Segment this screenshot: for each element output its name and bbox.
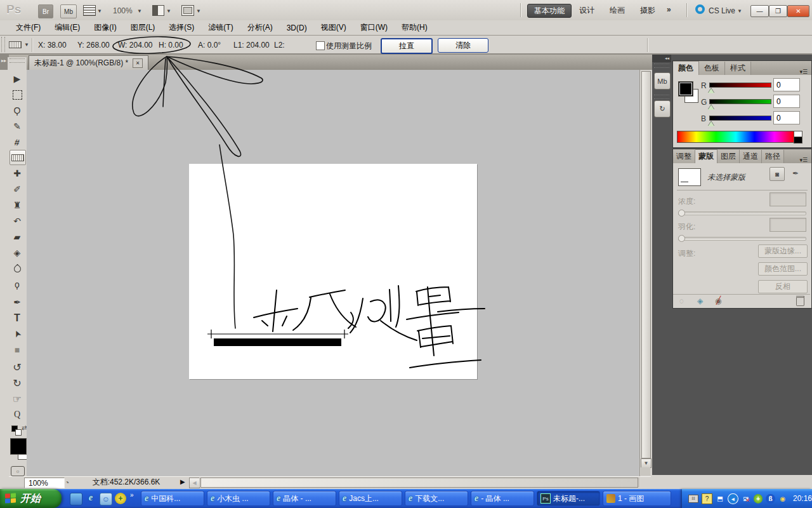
delete-mask-icon[interactable] (796, 296, 804, 306)
task-button-6[interactable]: e- 晶体 ... (471, 491, 534, 506)
safely-remove-icon[interactable]: ⬒ (716, 494, 724, 504)
show-desktop-icon[interactable] (70, 493, 82, 505)
tab-channels[interactable]: 通道 (740, 150, 762, 163)
menu-3d[interactable]: 3D(D) (280, 20, 314, 35)
tab-masks[interactable]: 蒙版 (695, 149, 717, 163)
vscroll-down-icon[interactable]: ▼ (641, 458, 652, 468)
channel-r-thumb[interactable] (708, 88, 714, 93)
add-pixel-mask-icon[interactable]: ◙ (769, 167, 785, 181)
task-button-5[interactable]: e下载文... (405, 491, 468, 506)
screen-mode-icon[interactable] (181, 5, 194, 16)
monitor-eye-icon[interactable]: ◉ (778, 494, 787, 504)
document-tab[interactable]: 未标题-1 @ 100%(RGB/8) * ✕ (29, 55, 148, 70)
messenger-icon[interactable]: ☺ (100, 493, 112, 505)
antivirus-icon[interactable]: + (754, 494, 763, 504)
lasso-tool[interactable]: Ϙ (10, 104, 25, 117)
rectangle-tool[interactable]: ■ (10, 343, 25, 357)
menu-layer[interactable]: 图层(L) (124, 20, 162, 35)
spot-healing-brush-tool[interactable]: ✚ (10, 166, 25, 180)
hscroll-thumb[interactable] (200, 478, 638, 488)
channel-b-input[interactable]: 0 (773, 111, 800, 124)
menu-help[interactable]: 帮助(H) (395, 20, 435, 35)
network-disconnected-icon[interactable]: 🖳✕ (742, 494, 750, 504)
workspace-tab-photography[interactable]: 摄影 (634, 4, 662, 17)
update-icon[interactable]: + (115, 493, 126, 504)
load-selection-icon[interactable]: ◌ (679, 297, 684, 305)
ruler-tool-preset-icon[interactable] (9, 41, 22, 48)
clear-button[interactable]: 清除 (438, 38, 488, 53)
quick-mask-button[interactable]: ○ (11, 466, 25, 476)
internet-explorer-icon[interactable]: e (85, 492, 96, 504)
zoom-caret-icon[interactable]: ▼ (137, 8, 142, 14)
expand-dock-icon[interactable]: ▸▸ (1, 58, 6, 64)
channel-g-thumb[interactable] (708, 105, 714, 110)
clone-stamp-tool[interactable]: ♜ (10, 198, 25, 212)
language-bar-icon[interactable]: ◂ (728, 493, 738, 504)
workspace-overflow-icon[interactable]: » (667, 5, 671, 14)
vscroll-thumb[interactable] (641, 71, 651, 458)
menu-view[interactable]: 视图(V) (314, 20, 353, 35)
menu-filter[interactable]: 滤镜(T) (201, 20, 240, 35)
invert-button[interactable]: 反相 (758, 280, 808, 293)
keyboard-layout-icon[interactable]: ⌗ (688, 495, 698, 503)
gradient-tool[interactable]: ◈ (10, 246, 25, 260)
menu-analysis[interactable]: 分析(A) (240, 20, 280, 35)
arrange-documents-icon[interactable] (152, 5, 164, 16)
menu-file[interactable]: 文件(F) (9, 20, 48, 35)
disable-mask-icon[interactable]: ◉╱ (715, 297, 721, 305)
blur-tool[interactable] (10, 262, 25, 276)
type-tool[interactable]: T (10, 311, 25, 325)
menu-window[interactable]: 窗口(W) (353, 20, 395, 35)
3d-orbit-tool[interactable]: ↻ (10, 376, 25, 390)
pen-tool[interactable]: ✒ (10, 295, 25, 309)
foreground-color-swatch[interactable] (10, 438, 27, 455)
zoom-level-control[interactable]: 100% (113, 6, 133, 15)
workspace-tab-painting[interactable]: 绘画 (603, 4, 631, 17)
menu-select[interactable]: 选择(S) (162, 20, 201, 35)
cs-live-caret-icon[interactable]: ▼ (737, 8, 742, 14)
screen-mode-caret-icon[interactable]: ▼ (196, 8, 201, 14)
3d-rotate-tool[interactable]: ↺ (10, 360, 25, 374)
move-tool[interactable]: ▶ (10, 72, 25, 86)
history-brush-tool[interactable]: ↶ (10, 214, 25, 228)
color-spectrum-ramp[interactable] (677, 131, 795, 143)
hscroll-left-icon[interactable]: ◀ (189, 478, 200, 488)
help-tray-icon[interactable]: ? (702, 493, 712, 504)
task-button-photoshop[interactable]: Ps 未标题-... (537, 491, 600, 506)
task-button-4[interactable]: eJacs上... (339, 491, 402, 506)
launch-mini-bridge-button[interactable]: Mb (60, 4, 77, 18)
close-button[interactable]: ✕ (787, 5, 809, 17)
channel-b-slider[interactable] (709, 116, 771, 121)
straighten-button[interactable]: 拉直 (381, 38, 433, 54)
add-vector-mask-icon[interactable]: ✒ (789, 167, 802, 180)
menu-image[interactable]: 图像(I) (87, 20, 123, 35)
channel-b-thumb[interactable] (708, 121, 714, 126)
color-fg-swatch[interactable] (678, 81, 693, 97)
crop-tool[interactable]: # (10, 135, 25, 149)
status-zoom-field[interactable]: 100% (24, 478, 65, 488)
tool-preset-caret-icon[interactable]: ▼ (24, 42, 29, 48)
task-button-paint[interactable]: 1 - 画图 (603, 491, 671, 506)
brush-tool[interactable]: ✐ (10, 182, 25, 196)
tab-swatches[interactable]: 色板 (699, 62, 725, 75)
document-canvas[interactable] (189, 164, 477, 379)
arrange-caret-icon[interactable]: ▼ (166, 8, 171, 14)
use-measurement-scale-checkbox[interactable] (316, 41, 325, 50)
tab-adjustments[interactable]: 调整 (673, 150, 695, 163)
default-colors-bg-icon[interactable] (15, 429, 22, 436)
minimize-button[interactable]: — (750, 5, 769, 17)
color-range-button[interactable]: 颜色范围... (758, 262, 808, 276)
history-panel-button[interactable]: ↻ (654, 100, 671, 117)
masks-panel-menu-icon[interactable]: ▾☰ (799, 157, 811, 163)
channel-r-slider[interactable] (709, 83, 771, 88)
task-button-1[interactable]: e中国科... (141, 491, 204, 506)
rectangular-marquee-tool[interactable] (10, 88, 25, 102)
tab-styles[interactable]: 样式 (725, 62, 751, 75)
view-extras-caret-icon[interactable]: ▼ (97, 8, 102, 14)
collapse-panels-icon[interactable]: ◂◂ (652, 55, 671, 62)
task-button-2[interactable]: e小木虫 ... (207, 491, 270, 506)
channel-r-input[interactable]: 0 (773, 78, 800, 91)
menu-edit[interactable]: 编辑(E) (48, 20, 87, 35)
apply-mask-icon[interactable]: ◈ (697, 297, 703, 305)
tab-color[interactable]: 颜色 (673, 61, 699, 75)
